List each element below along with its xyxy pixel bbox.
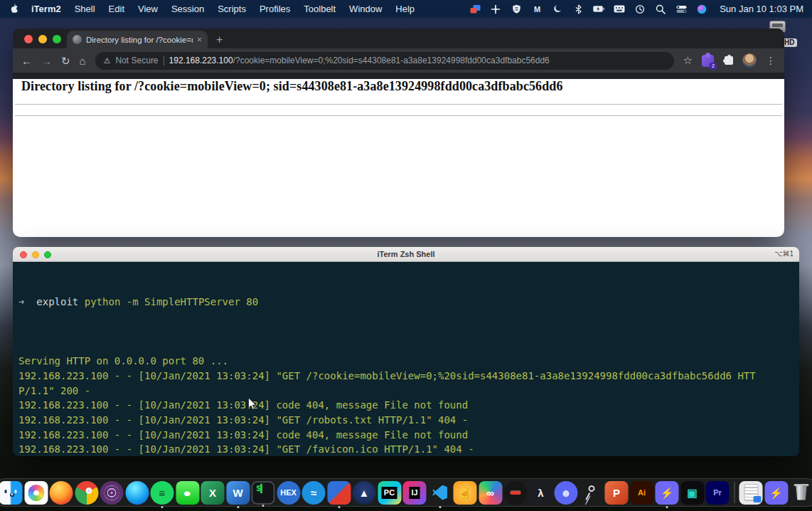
dock-item-spotify[interactable]: ≡ (151, 481, 174, 505)
dock-item-word[interactable]: W (226, 481, 250, 505)
dock-item-firefox[interactable] (50, 481, 73, 505)
do-not-disturb-moon-icon[interactable] (552, 4, 563, 15)
prompt-command: python -m SimpleHTTPServer 80 (85, 296, 258, 307)
discord-icon: ☻ (560, 488, 572, 498)
dock-item-minimized-window[interactable] (739, 481, 763, 505)
powerpoint-icon: P (613, 488, 620, 498)
terminal-title: iTerm Zsh Shell (13, 250, 799, 258)
terminal-title-bar[interactable]: iTerm Zsh Shell ⌥⌘1 (13, 247, 799, 262)
mouse-cursor (247, 397, 257, 414)
terminal-body[interactable]: ➜ exploit python -m SimpleHTTPServer 80 … (13, 262, 799, 456)
dock-item-discord[interactable]: ☻ (555, 481, 578, 505)
dock-item-screen-capture[interactable]: ▣ (680, 481, 704, 505)
menu-item-app-name[interactable]: iTerm2 (31, 4, 61, 14)
keyboard-icon[interactable] (614, 4, 625, 15)
dock-item-zap[interactable]: ⚡ (656, 481, 679, 505)
screen-mirroring-icon[interactable] (469, 4, 481, 15)
browser-tab[interactable]: Directory listing for /?cookie=m × (67, 31, 208, 48)
dock-item-hex-fiend[interactable]: HEX (277, 481, 300, 505)
dock-item-chrome[interactable] (75, 481, 98, 505)
terminal-minimize-button[interactable] (32, 251, 39, 258)
menu-clock[interactable]: Sun Jan 10 1:03 PM (720, 4, 803, 14)
menu-bar-left: iTerm2 ShellEditViewSessionScriptsProfil… (9, 4, 415, 14)
dock-item-trash[interactable] (790, 481, 812, 505)
dock-item-messages[interactable]: ● (176, 481, 199, 505)
forward-icon[interactable]: → (41, 56, 52, 66)
address-bar[interactable]: ⚠ Not Secure 192.168.223.100/?cookie=mob… (95, 52, 674, 70)
crossed-antenna-icon[interactable] (490, 4, 501, 15)
display-preferences-icon[interactable] (675, 4, 687, 15)
dock-item-keychain-access[interactable] (579, 481, 603, 505)
dock-item-iterm[interactable]: $▎ (252, 481, 275, 505)
tab-title: Directory listing for /?cookie=m (86, 36, 193, 44)
dock-item-pycharm[interactable]: PC (378, 481, 401, 505)
menu-item-shell[interactable]: Shell (75, 4, 95, 14)
dock-item-creative-cloud[interactable]: ∞ (479, 481, 502, 505)
siri-icon[interactable] (696, 4, 707, 15)
dock-item-firefox-developer[interactable] (125, 481, 149, 505)
dock-item-intellij-idea[interactable]: IJ (403, 481, 427, 505)
dock-item-sunglasses-app[interactable] (504, 481, 528, 505)
menu-item-view[interactable]: View (138, 4, 158, 14)
dock-item-nordvpn[interactable]: ▲ (353, 481, 376, 505)
menu-item-toolbelt[interactable]: Toolbelt (304, 4, 336, 14)
terminal-output-line: 192.168.223.100 - - [10/Jan/2021 13:03:2… (18, 398, 794, 413)
menu-item-window[interactable]: Window (349, 4, 382, 14)
dock-item-powerpoint[interactable]: P (605, 481, 629, 505)
shield-icon[interactable] (511, 4, 522, 15)
dock-item-photos[interactable] (24, 481, 48, 505)
terminal-output-line: 192.168.223.100 - - [10/Jan/2021 13:03:2… (18, 442, 794, 456)
apple-logo-icon[interactable] (9, 4, 18, 14)
dock-item-acrobat-reader[interactable]: λ (529, 481, 552, 505)
dock-item-premiere-pro[interactable]: Pr (706, 481, 730, 505)
dock-item-finder[interactable] (0, 481, 23, 505)
spotlight-search-icon[interactable] (655, 4, 666, 15)
tab-close-icon[interactable]: × (197, 36, 202, 44)
intellij-idea-icon: IJ (409, 487, 420, 499)
terminal-close-button[interactable] (20, 251, 27, 258)
dock-item-docker[interactable]: ≈ (302, 481, 326, 505)
tor-browser-icon (105, 485, 119, 500)
extensions-puzzle-icon[interactable] (725, 56, 733, 65)
bookmark-star-icon[interactable]: ☆ (683, 54, 693, 67)
menu-item-session[interactable]: Session (171, 4, 204, 14)
terminal-output-line: 192.168.223.100 - - [10/Jan/2021 13:03:2… (18, 369, 794, 384)
terminal-zoom-button[interactable] (44, 251, 51, 258)
dock-item-pointer-hand-app[interactable]: ☝ (454, 481, 477, 505)
new-tab-button[interactable]: + (216, 34, 223, 46)
bluetooth-icon[interactable] (572, 4, 584, 15)
menu-item-help[interactable]: Help (395, 4, 415, 14)
malwarebytes-icon[interactable]: M (531, 4, 543, 15)
dock-item-tor-browser[interactable] (100, 481, 124, 505)
time-machine-icon[interactable] (634, 4, 646, 15)
home-icon[interactable]: ⌂ (80, 56, 86, 66)
reload-icon[interactable]: ↻ (61, 56, 70, 66)
terminal-output-line: 192.168.223.100 - - [10/Jan/2021 13:03:2… (18, 428, 794, 443)
menu-bar: iTerm2 ShellEditViewSessionScriptsProfil… (0, 0, 812, 18)
menu-bar-right: MSun Jan 10 1:03 PM (469, 4, 803, 15)
minimized-window-icon (744, 484, 758, 501)
nordvpn-icon: ▲ (359, 488, 370, 498)
dock-item-vmware-fusion[interactable] (327, 481, 351, 505)
menu-item-profiles[interactable]: Profiles (260, 4, 290, 14)
close-window-button[interactable] (24, 35, 33, 43)
terminal-window: iTerm Zsh Shell ⌥⌘1 ➜ exploit python -m … (13, 247, 799, 456)
browser-menu-kebab-icon[interactable]: ⋮ (766, 55, 776, 66)
terminal-output-line: P/1.1" 200 - (18, 384, 794, 399)
dock-item-excel[interactable]: X (201, 481, 225, 505)
spotify-icon: ≡ (159, 488, 166, 498)
omnibox-separator (164, 56, 164, 65)
dock-item-zap-window[interactable]: ⚡ (764, 481, 788, 505)
battery-charging-icon[interactable] (593, 4, 604, 15)
menu-item-scripts[interactable]: Scripts (218, 4, 246, 14)
purple-extension-icon[interactable]: 2 (702, 55, 714, 67)
zoom-window-button[interactable] (53, 35, 61, 43)
tab-favicon-icon (73, 35, 82, 44)
dock-item-vscode[interactable] (428, 481, 452, 505)
minimize-window-button[interactable] (38, 35, 47, 43)
browser-page-content: Directory listing for /?cookie=mobileVie… (13, 79, 784, 237)
profile-avatar[interactable] (742, 53, 757, 68)
dock-item-illustrator[interactable]: Ai (630, 481, 653, 505)
back-icon[interactable]: ← (21, 56, 32, 66)
menu-item-edit[interactable]: Edit (109, 4, 124, 14)
